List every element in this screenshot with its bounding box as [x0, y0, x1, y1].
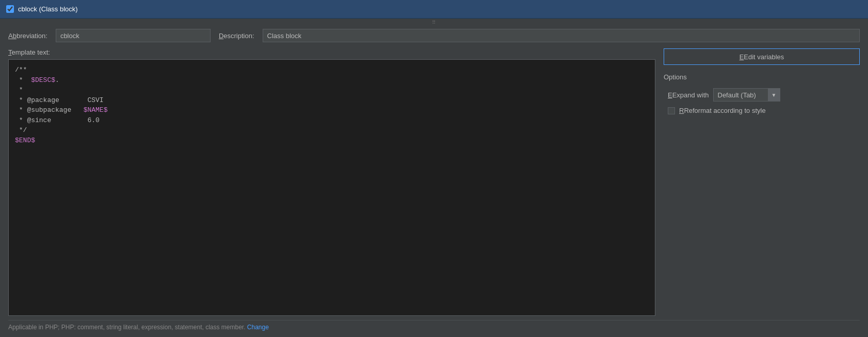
description-label: Description: — [219, 32, 254, 40]
code-line-3: * — [15, 85, 649, 95]
reformat-row: RReformat according to style — [664, 107, 860, 114]
code-line-1: /** — [15, 65, 649, 75]
change-link[interactable]: Change — [247, 324, 269, 331]
code-line-5: * @subpackage $NAME$ — [15, 105, 649, 115]
title-text: cblock (Class block) — [18, 5, 78, 13]
title-checkbox[interactable] — [6, 5, 14, 13]
reformat-checkbox[interactable] — [668, 107, 675, 114]
code-line-2: * $DESC$. — [15, 75, 649, 86]
abbreviation-input[interactable] — [56, 29, 211, 42]
status-bar: Applicable in PHP; PHP: comment, string … — [8, 320, 860, 331]
expand-select-wrapper: Default (Tab) Tab Enter Space ▼ — [713, 88, 780, 102]
options-section: Options EExpand with Default (Tab) Tab E… — [664, 73, 860, 114]
form-row: Abbreviation: Description: — [8, 29, 860, 42]
code-line-8: $END$ — [15, 136, 649, 146]
code-editor[interactable]: /** * $DESC$. * * @package CSVI * @subpa… — [8, 59, 655, 316]
abbreviation-label: Abbreviation: — [8, 32, 47, 40]
expand-row: EExpand with Default (Tab) Tab Enter Spa… — [664, 88, 860, 102]
edit-variables-button[interactable]: EEdit variables — [664, 48, 860, 65]
main-content: Abbreviation: Description: Template text… — [0, 19, 868, 337]
code-line-4: * @package CSVI — [15, 95, 649, 106]
expand-with-select[interactable]: Default (Tab) Tab Enter Space — [713, 88, 780, 102]
reformat-label: RReformat according to style — [679, 107, 766, 114]
code-line-7: */ — [15, 125, 649, 136]
drag-handle: ⠿ — [432, 20, 437, 25]
template-left: Template text: /** * $DESC$. * * @packag… — [8, 48, 655, 316]
description-input[interactable] — [263, 29, 860, 42]
template-label: Template text: — [8, 48, 655, 56]
title-bar: cblock (Class block) — [0, 0, 868, 19]
options-title: Options — [664, 73, 860, 81]
template-section: Template text: /** * $DESC$. * * @packag… — [8, 48, 860, 316]
code-line-6: * @since 6.0 — [15, 115, 649, 126]
expand-with-label: EExpand with — [668, 91, 709, 99]
template-right: EEdit variables Options EExpand with Def… — [664, 48, 860, 316]
status-text: Applicable in PHP; PHP: comment, string … — [8, 324, 246, 331]
